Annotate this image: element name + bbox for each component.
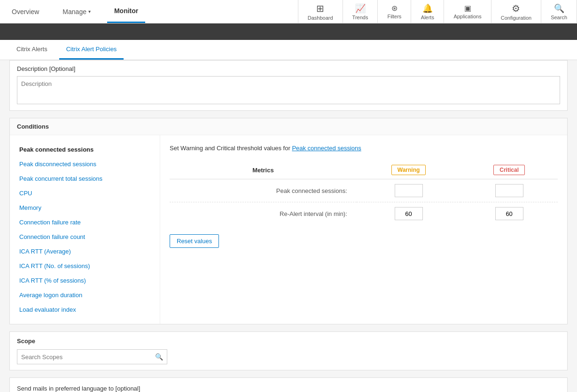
metric-row-1-warning-cell [357, 179, 460, 202]
condition-item-label: ICA RTT (Average) [19, 248, 71, 255]
mail-label: Send mails in preferred language to [opt… [17, 385, 560, 392]
trends-icon: 📈 [355, 3, 366, 14]
nav-overview[interactable]: Overview [5, 0, 46, 23]
table-row: Re-Alert interval (in min): [170, 202, 558, 225]
nav-right: ⊞ Dashboard 📈 Trends ⊛ Filters 🔔 Alerts … [298, 0, 577, 23]
condition-item-load-eval[interactable]: Load evaluator index [15, 302, 155, 317]
tab-citrix-alerts[interactable]: Citrix Alerts [9, 40, 55, 60]
condition-item-label: Peak concurrent total sessions [19, 175, 102, 182]
warning-badge: Warning [391, 165, 426, 175]
metric-row-1-critical-input[interactable] [495, 184, 523, 197]
dashboard-icon: ⊞ [316, 3, 324, 14]
nav-monitor-label: Monitor [114, 7, 138, 15]
top-navigation: Overview Manage ▾ Monitor ⊞ Dashboard 📈 … [0, 0, 577, 23]
condition-item-ica-rtt-avg[interactable]: ICA RTT (Average) [15, 244, 155, 259]
nav-alerts-label: Alerts [421, 15, 434, 20]
metric-row-1-warning-input[interactable] [395, 184, 423, 197]
conditions-right-panel: Set Warning and Critical threshold value… [160, 135, 567, 324]
conditions-right-title: Set Warning and Critical threshold value… [170, 145, 558, 152]
metric-row-2-critical-cell [460, 202, 558, 225]
nav-configuration[interactable]: ⚙ Configuration [491, 0, 541, 23]
nav-trends-label: Trends [352, 15, 368, 20]
conditions-header: Conditions [10, 118, 567, 135]
nav-manage[interactable]: Manage ▾ [55, 0, 98, 23]
nav-dashboard[interactable]: ⊞ Dashboard [298, 0, 343, 23]
chevron-down-icon: ▾ [88, 9, 91, 14]
condition-item-conn-failure-rate[interactable]: Connection failure rate [15, 215, 155, 230]
condition-item-cpu[interactable]: CPU [15, 186, 155, 200]
conditions-container: Peak connected sessions Peak disconnecte… [10, 135, 567, 324]
condition-item-peak-concurrent[interactable]: Peak concurrent total sessions [15, 171, 155, 186]
tab-citrix-alert-policies[interactable]: Citrix Alert Policies [59, 40, 124, 60]
tab-citrix-alert-policies-label: Citrix Alert Policies [66, 46, 117, 53]
warning-col-header: Warning [357, 161, 460, 179]
configuration-icon: ⚙ [512, 3, 520, 14]
condition-item-peak-disconnected[interactable]: Peak disconnected sessions [15, 157, 155, 171]
condition-item-label: ICA RTT (No. of sessions) [19, 262, 90, 269]
scope-search-input[interactable] [17, 354, 151, 361]
nav-manage-label: Manage [62, 8, 86, 15]
scope-search-icon[interactable]: 🔍 [151, 353, 167, 361]
table-row: Peak connected sessions: [170, 179, 558, 202]
scope-search-box: 🔍 [17, 349, 167, 364]
nav-filters[interactable]: ⊛ Filters [378, 0, 411, 23]
metric-row-2-label: Re-Alert interval (in min): [170, 202, 357, 225]
alerts-icon: 🔔 [422, 3, 433, 14]
nav-configuration-label: Configuration [501, 15, 531, 21]
conditions-list: Peak connected sessions Peak disconnecte… [10, 135, 160, 324]
main-content: Description [Optional] Conditions Peak c… [0, 60, 577, 392]
metric-row-2-warning-input[interactable] [395, 207, 423, 220]
conditions-title-link[interactable]: Peak connected sessions [292, 145, 361, 152]
applications-icon: ▣ [464, 4, 471, 13]
condition-item-peak-connected[interactable]: Peak connected sessions [15, 142, 155, 157]
condition-item-label: Average logon duration [19, 292, 82, 299]
dark-bar [0, 23, 577, 40]
critical-col-header: Critical [460, 161, 558, 179]
nav-trends[interactable]: 📈 Trends [343, 0, 378, 23]
condition-item-label: ICA RTT (% of sessions) [19, 277, 86, 284]
scope-header-label: Scope [17, 338, 560, 345]
nav-search-label: Search [551, 15, 567, 20]
nav-left: Overview Manage ▾ Monitor [0, 0, 150, 23]
condition-item-ica-rtt-no[interactable]: ICA RTT (No. of sessions) [15, 259, 155, 273]
description-body: Description [Optional] [10, 61, 567, 110]
nav-filters-label: Filters [387, 14, 401, 19]
condition-item-label: Connection failure rate [19, 219, 81, 226]
condition-item-label: CPU [19, 190, 32, 197]
condition-item-label: Peak disconnected sessions [19, 161, 96, 168]
mail-section: Send mails in preferred language to [opt… [9, 377, 568, 392]
nav-applications-label: Applications [453, 14, 481, 19]
conditions-section: Conditions Peak connected sessions Peak … [9, 118, 568, 324]
metric-row-2-critical-input[interactable] [495, 207, 523, 220]
reset-values-button[interactable]: Reset values [170, 234, 219, 248]
condition-item-conn-failure-count[interactable]: Connection failure count [15, 230, 155, 244]
tab-citrix-alerts-label: Citrix Alerts [16, 46, 47, 53]
metrics-col-header: Metrics [170, 161, 357, 179]
scope-section: Scope 🔍 [9, 331, 568, 370]
condition-item-memory[interactable]: Memory [15, 200, 155, 215]
nav-dashboard-label: Dashboard [308, 15, 333, 21]
critical-badge: Critical [493, 165, 525, 175]
condition-item-label: Memory [19, 204, 41, 211]
filters-icon: ⊛ [391, 4, 398, 13]
mail-body: Send mails in preferred language to [opt… [10, 378, 567, 392]
scope-body: Scope 🔍 [10, 332, 567, 370]
metric-row-1-critical-cell [460, 179, 558, 202]
description-header-label: Description [Optional] [17, 65, 560, 72]
conditions-title-prefix: Set Warning and Critical threshold value… [170, 145, 290, 152]
nav-alerts[interactable]: 🔔 Alerts [411, 0, 444, 23]
condition-item-avg-logon[interactable]: Average logon duration [15, 288, 155, 302]
nav-search[interactable]: 🔍 Search [541, 0, 577, 23]
condition-item-label: Connection failure count [19, 233, 85, 240]
search-icon: 🔍 [554, 3, 564, 14]
nav-monitor[interactable]: Monitor [107, 0, 145, 23]
metric-row-2-warning-cell [357, 202, 460, 225]
description-section: Description [Optional] [9, 60, 568, 111]
description-input[interactable] [17, 76, 560, 104]
nav-overview-label: Overview [12, 8, 39, 15]
condition-item-ica-rtt-pct[interactable]: ICA RTT (% of sessions) [15, 273, 155, 288]
nav-applications[interactable]: ▣ Applications [444, 0, 491, 23]
conditions-header-label: Conditions [17, 123, 49, 130]
tabs-bar: Citrix Alerts Citrix Alert Policies [0, 40, 577, 60]
metric-row-1-label: Peak connected sessions: [170, 179, 357, 202]
